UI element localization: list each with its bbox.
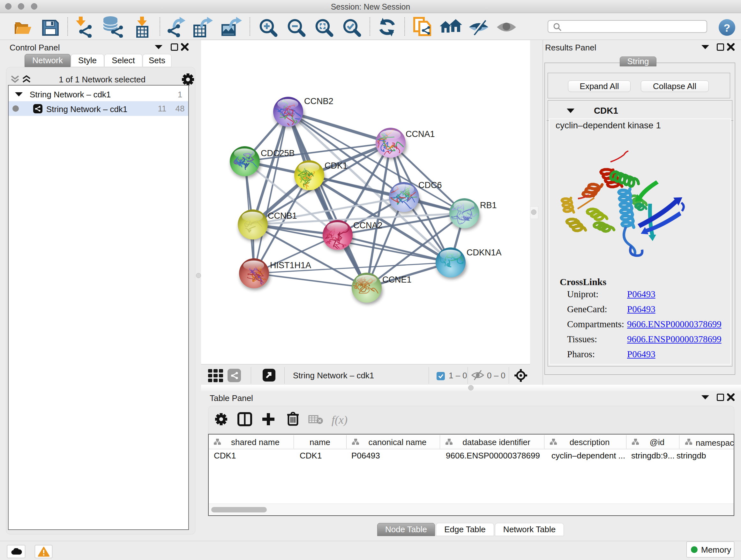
svg-text:CDC6: CDC6 [418,180,442,190]
svg-text:CCNA1: CCNA1 [406,129,435,139]
svg-text:CDKN1A: CDKN1A [467,248,502,257]
svg-text:CCNA2: CCNA2 [353,221,383,230]
svg-text:CDK1: CDK1 [325,161,347,171]
svg-text:CDC25B: CDC25B [261,148,295,158]
svg-text:CCNE1: CCNE1 [382,275,412,285]
svg-text:RB1: RB1 [480,200,497,210]
svg-text:HIST1H1A: HIST1H1A [270,260,311,270]
svg-text:CCNB2: CCNB2 [304,97,333,106]
svg-text:CCNB1: CCNB1 [268,211,297,221]
